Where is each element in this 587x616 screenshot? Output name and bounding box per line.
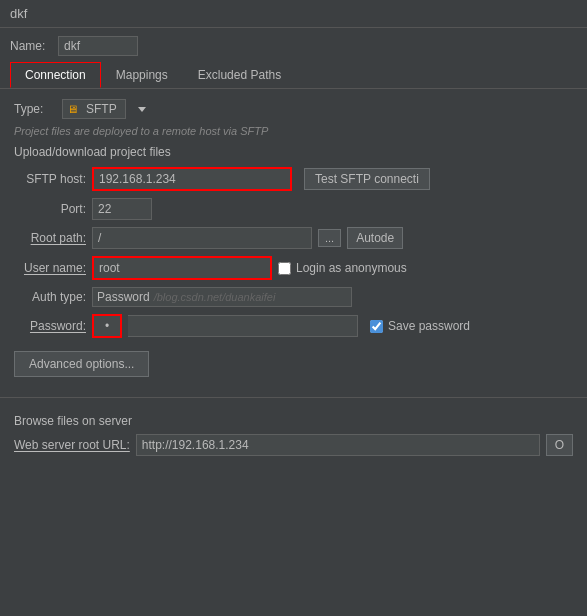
auth-watermark: /blog.csdn.net/duankaifei — [154, 291, 276, 303]
password-input[interactable] — [128, 315, 358, 337]
save-password-label[interactable]: Save password — [370, 319, 470, 333]
password-dot-box: • — [92, 314, 122, 338]
tab-excluded-paths[interactable]: Excluded Paths — [183, 62, 296, 88]
name-label: Name: — [10, 39, 50, 53]
browse-button[interactable]: ... — [318, 229, 341, 247]
auth-type-select[interactable]: Password /blog.csdn.net/duankaifei — [92, 287, 352, 307]
web-url-row: Web server root URL: O — [14, 434, 573, 456]
save-password-checkbox[interactable] — [370, 320, 383, 333]
upload-section-title: Upload/download project files — [14, 145, 573, 159]
sftp-icon: 🖥 — [67, 103, 78, 115]
port-input[interactable] — [92, 198, 152, 220]
web-url-label: Web server root URL: — [14, 438, 130, 452]
sftp-description: Project files are deployed to a remote h… — [14, 125, 573, 137]
root-path-row: Root path: ... Autode — [14, 227, 573, 249]
web-url-input[interactable] — [136, 434, 540, 456]
password-label: Password: — [14, 319, 86, 333]
window-title: dkf — [10, 6, 27, 21]
auth-type-value: Password — [97, 290, 150, 304]
browse-section: Browse files on server Web server root U… — [0, 408, 587, 466]
auth-type-label: Auth type: — [14, 290, 86, 304]
type-select-wrapper: 🖥 SFTP — [62, 99, 126, 119]
root-path-label: Root path: — [14, 231, 86, 245]
username-input[interactable] — [92, 256, 272, 280]
sftp-host-row: SFTP host: Test SFTP connecti — [14, 167, 573, 191]
username-row: User name: Login as anonymous — [14, 256, 573, 280]
name-input[interactable] — [58, 36, 138, 56]
autodetect-button[interactable]: Autode — [347, 227, 403, 249]
tab-connection[interactable]: Connection — [10, 62, 101, 88]
sftp-host-input[interactable] — [92, 167, 292, 191]
port-label: Port: — [14, 202, 86, 216]
open-browser-button[interactable]: O — [546, 434, 573, 456]
test-sftp-button[interactable]: Test SFTP connecti — [304, 168, 430, 190]
root-path-input[interactable] — [92, 227, 312, 249]
anonymous-checkbox-label[interactable]: Login as anonymous — [278, 261, 407, 275]
tab-mappings[interactable]: Mappings — [101, 62, 183, 88]
port-row: Port: — [14, 198, 573, 220]
password-row: Password: • Save password — [14, 314, 573, 338]
type-row: Type: 🖥 SFTP — [14, 99, 573, 119]
type-dropdown-arrow[interactable] — [138, 107, 146, 112]
username-label: User name: — [14, 261, 86, 275]
auth-type-row: Auth type: Password /blog.csdn.net/duank… — [14, 287, 573, 307]
sftp-host-label: SFTP host: — [14, 172, 86, 186]
section-divider — [0, 397, 587, 398]
tabs-bar: Connection Mappings Excluded Paths — [0, 62, 587, 89]
name-row: Name: — [0, 28, 587, 62]
browse-section-title: Browse files on server — [14, 414, 573, 428]
type-label: Type: — [14, 102, 54, 116]
type-value: SFTP — [82, 102, 121, 116]
connection-tab-content: Type: 🖥 SFTP Project files are deployed … — [0, 89, 587, 387]
anonymous-checkbox[interactable] — [278, 262, 291, 275]
title-bar: dkf — [0, 0, 587, 28]
advanced-options-button[interactable]: Advanced options... — [14, 351, 149, 377]
